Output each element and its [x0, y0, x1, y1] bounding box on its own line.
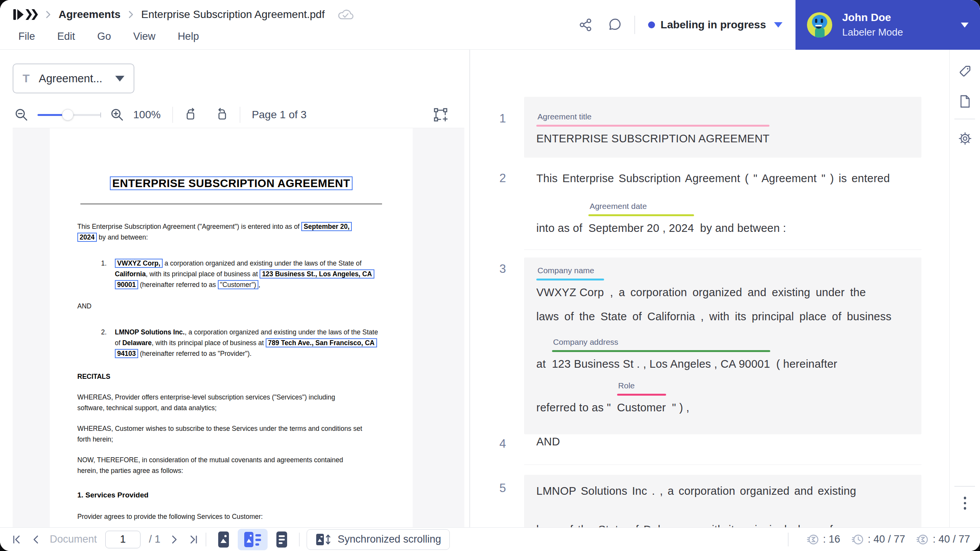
transcript-row-4[interactable]: AND: [524, 435, 921, 465]
label-chip[interactable]: Company address: [552, 337, 770, 347]
transcript-row-3[interactable]: Company name VWXYZ Corp , a corporation …: [524, 258, 921, 434]
annotation-agreement-date[interactable]: September 20,: [301, 222, 352, 231]
doc-now-therefore: NOW, THEREFORE, in consideration of the …: [77, 455, 385, 476]
right-sidebar: [949, 50, 980, 527]
transcript-row-5[interactable]: LMNOP Solutions Inc . , a corporation or…: [524, 475, 921, 527]
labeled-span-company-name[interactable]: Company name VWXYZ Corp: [536, 266, 604, 299]
settings-gear-icon[interactable]: [958, 132, 972, 145]
label-count-total: : 16: [807, 533, 840, 546]
transcript-row-2[interactable]: This Enterprise Subscription Agreement (…: [524, 172, 921, 250]
comment-icon[interactable]: [608, 18, 622, 32]
transcript-row-1[interactable]: Agreement title ENTERPRISE SUBSCRIPTION …: [524, 97, 921, 158]
label-chip[interactable]: Agreement title: [536, 112, 769, 121]
divider: [206, 533, 206, 546]
row-number: 2: [493, 171, 512, 185]
annotation-role[interactable]: "Customer"): [218, 280, 258, 289]
doc-services-heading: 1. Services Provided: [77, 490, 385, 500]
label-underline: [536, 279, 604, 280]
divider: [299, 533, 300, 546]
first-document-icon[interactable]: [11, 534, 22, 545]
text-type-icon: T: [23, 72, 29, 85]
zoom-out-icon[interactable]: [15, 108, 28, 122]
transcript-panel: 1 Agreement title ENTERPRISE SUBSCRIPTIO…: [470, 50, 949, 527]
row-number: 4: [493, 437, 512, 451]
document-label: Document: [50, 533, 97, 545]
app-window: Agreements Enterprise Subscription Agree…: [0, 0, 980, 551]
rotate-left-icon[interactable]: [185, 108, 199, 122]
labeled-span-company-address[interactable]: Company address 123 Business St . , Los …: [552, 337, 770, 370]
app-logo-icon[interactable]: [13, 8, 38, 21]
more-options-icon[interactable]: [964, 497, 966, 510]
label-chip[interactable]: Agreement date: [588, 202, 694, 211]
menu-edit[interactable]: Edit: [57, 31, 75, 42]
chevron-down-icon: [115, 76, 124, 82]
label-underline: [588, 214, 694, 216]
chevron-right-icon: [127, 10, 134, 19]
breadcrumb: Agreements Enterprise Subscription Agree…: [13, 4, 354, 25]
share-icon[interactable]: [578, 18, 593, 32]
label-set-dropdown[interactable]: T Agreement...: [13, 64, 134, 93]
labeled-span-agreement-title[interactable]: Agreement title ENTERPRISE SUBSCRIPTION …: [536, 112, 769, 145]
sigma-counter-icon: [916, 533, 929, 546]
breadcrumb-section[interactable]: Agreements: [59, 8, 121, 21]
labels-tag-icon[interactable]: [959, 65, 972, 78]
user-mode: Labeler Mode: [842, 26, 903, 38]
annotation-company-address[interactable]: 123 Business St., Los Angeles, CA: [260, 269, 374, 279]
sync-scroll-icon: [315, 533, 332, 546]
annotation-agreement-title[interactable]: ENTERPRISE SUBSCRIPTION AGREEMENT: [110, 176, 352, 190]
menu-help[interactable]: Help: [178, 31, 199, 42]
annotation-company-address[interactable]: 94103: [115, 349, 138, 358]
doc-whereas-2: WHEREAS, Customer wishes to subscribe to…: [77, 423, 385, 445]
chevron-down-icon: [961, 23, 969, 28]
time-progress-count: : 40 / 77: [852, 533, 905, 546]
document-icon[interactable]: [959, 95, 971, 108]
menu-view[interactable]: View: [133, 31, 155, 42]
synchronized-scrolling-button[interactable]: Synchronized scrolling: [307, 529, 450, 550]
annotation-company-address[interactable]: 789 Tech Ave., San Francisco, CA: [266, 338, 377, 347]
row-number: 5: [493, 481, 512, 495]
label-chip[interactable]: Role: [617, 381, 666, 390]
pdf-viewport[interactable]: ENTERPRISE SUBSCRIPTION AGREEMENT This E…: [13, 128, 464, 527]
menu-bar: File Edit Go View Help: [18, 26, 199, 47]
breadcrumb-file: Enterprise Subscription Agreement.pdf: [141, 8, 325, 21]
zoom-value: 100%: [133, 109, 161, 121]
zoom-slider-thumb[interactable]: [62, 109, 74, 121]
doc-whereas-1: WHEREAS, Provider offers enterprise-leve…: [77, 392, 385, 413]
menu-file[interactable]: File: [18, 31, 35, 42]
rotate-right-icon[interactable]: [214, 108, 228, 122]
view-split-button[interactable]: [238, 529, 268, 550]
annotation-company-name[interactable]: VWXYZ Corp,: [115, 259, 163, 268]
view-rows-only-button[interactable]: [271, 529, 292, 550]
zoom-in-icon[interactable]: [110, 108, 124, 122]
user-menu[interactable]: John Doe Labeler Mode: [795, 0, 980, 50]
next-document-icon[interactable]: [169, 534, 180, 545]
row-progress-count: : 40 / 77: [916, 533, 970, 546]
chevron-right-icon: [45, 10, 52, 19]
menu-go[interactable]: Go: [97, 31, 111, 42]
annotation-company-address[interactable]: 90001: [115, 280, 138, 289]
row-number: 3: [493, 262, 512, 276]
doc-list-item-1: 1. VWXYZ Corp, a corporation organized a…: [77, 258, 385, 290]
label-chip[interactable]: Company name: [536, 266, 604, 275]
history-clock-icon: [852, 533, 864, 546]
previous-document-icon[interactable]: [31, 534, 41, 545]
user-name: John Doe: [842, 11, 903, 24]
document-number-input[interactable]: [105, 531, 140, 548]
label-underline: [617, 394, 666, 396]
doc-paragraph-intro: This Enterprise Subscription Agreement (…: [77, 221, 385, 243]
region-select-icon[interactable]: [433, 108, 448, 122]
status-selector[interactable]: Labeling in progress: [648, 19, 782, 31]
divider: [954, 119, 975, 119]
pdf-panel: T Agreement... 100% Page 1 of 3: [0, 50, 469, 527]
labeled-span-role[interactable]: Role Customer: [617, 381, 666, 414]
bottom-bar: Document / 1: [0, 527, 980, 551]
annotation-agreement-date[interactable]: 2024: [77, 233, 97, 242]
view-pdf-only-button[interactable]: [213, 529, 234, 550]
last-document-icon[interactable]: [188, 534, 199, 545]
zoom-slider[interactable]: [38, 109, 101, 121]
panel-divider: [469, 50, 470, 527]
label-set-value: Agreement...: [39, 72, 102, 85]
labeled-span-agreement-date[interactable]: Agreement date September 20 , 2024: [588, 202, 694, 235]
divider: [954, 486, 975, 487]
header-actions: Labeling in progress John Doe Labeler Mo…: [578, 0, 980, 50]
